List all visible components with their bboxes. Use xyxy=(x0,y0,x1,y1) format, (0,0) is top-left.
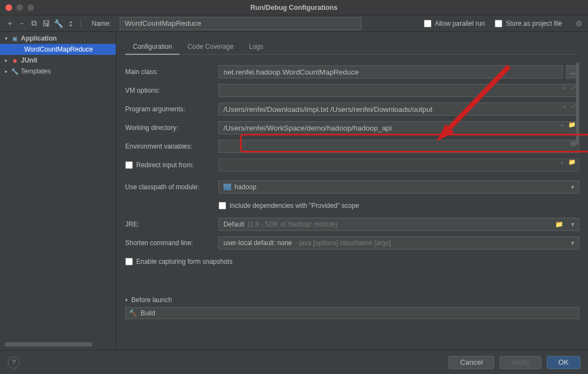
apply-button[interactable]: Apply xyxy=(500,356,541,369)
include-provided-checkbox[interactable]: Include dependencies with "Provided" sco… xyxy=(219,202,359,209)
gear-icon[interactable]: ⚙ xyxy=(575,19,583,28)
env-vars-label: Environment variables: xyxy=(125,143,213,150)
config-tree: ▾ ▣ Application WordCountMapReduce ▸ ◆ J… xyxy=(0,32,116,350)
shorten-hint: - java [options] className [args] xyxy=(295,239,391,247)
titlebar: Run/Debug Configurations xyxy=(0,0,588,15)
chevron-down-icon: ▾ xyxy=(3,36,9,41)
name-label: Name: xyxy=(92,20,111,27)
tree-label: Application xyxy=(21,35,57,42)
tree-templates-node[interactable]: ▸ 🔧 Templates xyxy=(0,66,116,77)
shorten-label: Shorten command line: xyxy=(125,239,213,247)
add-config-icon[interactable]: ＋ xyxy=(5,19,14,28)
wrench-icon[interactable]: 🔧 xyxy=(54,19,63,28)
help-button[interactable]: ? xyxy=(8,356,20,369)
junit-icon: ◆ xyxy=(11,57,19,64)
program-args-label: Program arguments: xyxy=(125,105,213,113)
store-project-label: Store as project file xyxy=(506,20,562,27)
shorten-value: user-local default: none xyxy=(223,239,292,247)
form-scrollbar[interactable] xyxy=(575,63,579,291)
before-launch-label: Before launch xyxy=(131,296,172,304)
copy-config-icon[interactable]: ⧉ xyxy=(30,19,38,28)
tree-junit-node[interactable]: ▸ ◆ JUnit xyxy=(0,55,116,66)
include-provided-label: Include dependencies with "Provided" sco… xyxy=(229,202,359,209)
allow-parallel-label: Allow parallel run xyxy=(435,20,485,27)
bottom-bar: ? Cancel Apply OK xyxy=(0,350,588,374)
program-args-input[interactable] xyxy=(219,103,579,116)
main-class-input[interactable] xyxy=(219,65,563,78)
hammer-icon: 🔨 xyxy=(129,309,137,317)
tree-label: JUnit xyxy=(21,56,37,64)
main-class-label: Main class: xyxy=(125,68,213,76)
toolbar: ＋ － ⧉ 🖫 🔧 ▲▼ Name: Allow parallel run St… xyxy=(0,15,588,32)
close-window-icon[interactable] xyxy=(5,4,12,11)
build-task-row[interactable]: 🔨 Build xyxy=(125,307,579,319)
chevron-right-icon: ▸ xyxy=(3,58,9,63)
chevron-down-icon: ▾ xyxy=(125,297,128,303)
vm-options-label: VM options: xyxy=(125,87,213,94)
allow-parallel-checkbox[interactable]: Allow parallel run xyxy=(424,20,485,27)
maximize-window-icon[interactable] xyxy=(27,4,34,11)
toolbar-separator xyxy=(80,19,81,28)
window-controls xyxy=(0,4,34,11)
button-label: Cancel xyxy=(460,358,483,366)
expand-icon[interactable]: ＋ xyxy=(559,158,565,167)
classpath-label: Use classpath of module: xyxy=(125,183,213,191)
expand-icon[interactable]: ＋ xyxy=(559,121,565,129)
tab-label: Logs xyxy=(249,43,263,50)
jre-value: Default xyxy=(223,220,244,228)
jre-label: JRE: xyxy=(125,220,213,228)
module-icon xyxy=(223,184,231,190)
jre-select[interactable]: Default (1.8 - SDK of 'hadoop' module) 📁 xyxy=(219,218,579,231)
build-label: Build xyxy=(141,309,155,317)
tab-logs[interactable]: Logs xyxy=(241,39,271,55)
snapshots-checkbox[interactable]: Enable capturing form snapshots xyxy=(125,258,232,265)
before-launch-header[interactable]: ▾ Before launch xyxy=(125,294,579,306)
tab-coverage[interactable]: Code Coverage xyxy=(180,39,241,55)
redirect-input[interactable] xyxy=(219,158,579,172)
cancel-button[interactable]: Cancel xyxy=(449,356,495,369)
window-title: Run/Debug Configurations xyxy=(250,4,338,12)
tree-label: WordCountMapReduce xyxy=(24,46,93,53)
jre-hint: (1.8 - SDK of 'hadoop' module) xyxy=(248,220,338,228)
expand-icon[interactable]: ＋ xyxy=(562,103,568,111)
working-dir-input[interactable] xyxy=(219,121,579,134)
tab-bar: Configuration Code Coverage Logs xyxy=(125,39,579,55)
folder-icon[interactable]: 📁 xyxy=(555,220,563,228)
name-input[interactable] xyxy=(120,17,361,30)
button-label: OK xyxy=(558,358,569,366)
tab-label: Configuration xyxy=(133,43,172,50)
tab-label: Code Coverage xyxy=(187,43,233,50)
expand-icon[interactable]: ＋ xyxy=(562,84,568,92)
tree-wordcount-node[interactable]: WordCountMapReduce xyxy=(0,44,116,55)
store-project-checkbox[interactable]: Store as project file xyxy=(495,20,562,27)
tree-application-node[interactable]: ▾ ▣ Application xyxy=(0,33,116,44)
templates-icon: 🔧 xyxy=(11,68,19,75)
tab-configuration[interactable]: Configuration xyxy=(125,39,180,55)
content-panel: Configuration Code Coverage Logs Main cl… xyxy=(116,32,588,350)
snapshots-label: Enable capturing form snapshots xyxy=(136,258,232,265)
button-label: Apply xyxy=(511,358,529,366)
application-icon: ▣ xyxy=(11,35,19,42)
env-vars-input[interactable] xyxy=(219,140,579,153)
minimize-window-icon[interactable] xyxy=(16,4,23,11)
save-config-icon[interactable]: 🖫 xyxy=(42,19,51,28)
classpath-value: hadoop xyxy=(234,183,256,191)
redirect-checkbox[interactable]: Redirect input from: xyxy=(125,161,213,169)
shorten-select[interactable]: user-local default: none - java [options… xyxy=(219,236,579,250)
move-up-down-icon[interactable]: ▲▼ xyxy=(66,19,75,28)
redirect-label: Redirect input from: xyxy=(136,161,194,169)
sidebar-hscrollbar[interactable] xyxy=(4,342,112,348)
working-dir-label: Working directory: xyxy=(125,124,213,132)
ok-button[interactable]: OK xyxy=(547,356,580,369)
classpath-select[interactable]: hadoop xyxy=(219,180,579,194)
chevron-right-icon: ▸ xyxy=(3,69,9,74)
remove-config-icon[interactable]: － xyxy=(18,19,26,28)
tree-label: Templates xyxy=(21,67,51,75)
vm-options-input[interactable] xyxy=(219,84,579,97)
